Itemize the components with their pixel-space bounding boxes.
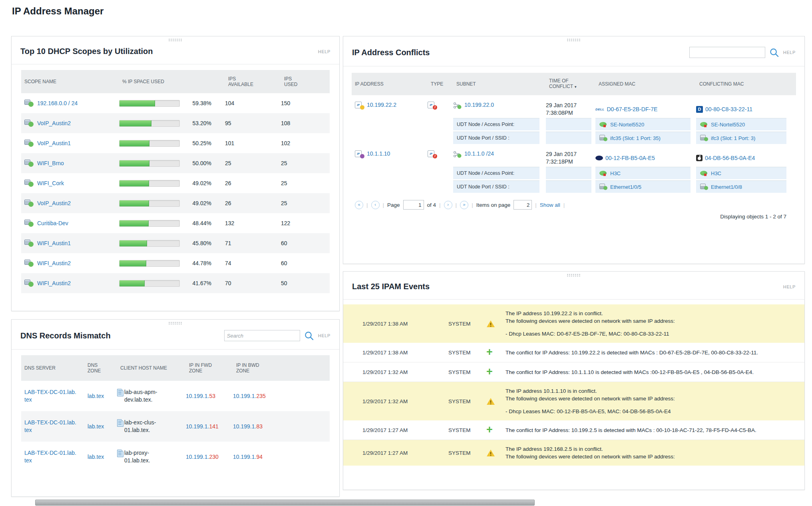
event-source: SYSTEM bbox=[448, 321, 486, 327]
dhcp-row: WIFI_Cork49.02%2625 bbox=[21, 173, 330, 193]
empty-cell bbox=[546, 167, 591, 179]
utilization-bar bbox=[119, 280, 180, 287]
separator bbox=[366, 202, 368, 208]
event-source: SYSTEM bbox=[448, 350, 486, 356]
ips-used: 25 bbox=[281, 180, 313, 186]
horizontal-scrollbar-thumb[interactable] bbox=[35, 500, 535, 506]
col-time-of-conflict[interactable]: TIME OF CONFLICT bbox=[546, 76, 595, 92]
scope-link[interactable]: WIFI_Austin1 bbox=[37, 240, 71, 246]
scope-icon bbox=[24, 219, 34, 227]
items-on-page-input[interactable] bbox=[513, 200, 532, 210]
fwd-zone-ip-link[interactable]: 10.199.1.53 bbox=[186, 393, 215, 399]
dns-zone-link[interactable]: lab.tex bbox=[88, 393, 104, 399]
scope-link[interactable]: Curitiba-Dev bbox=[37, 220, 68, 226]
conflicts-table: IP ADDRESS TYPE SUBNET TIME OF CONFLICT … bbox=[343, 66, 804, 220]
3com-logo bbox=[595, 156, 603, 160]
scope-link[interactable]: WIFI_Austin2 bbox=[37, 280, 71, 286]
ips-used: 25 bbox=[281, 160, 313, 166]
scope-link[interactable]: WIFI_Brno bbox=[37, 160, 64, 166]
ip-conflict-icon bbox=[428, 150, 437, 158]
scope-link[interactable]: VoIP_Austin2 bbox=[37, 200, 71, 206]
col-ip-address[interactable]: IP ADDRESS bbox=[352, 79, 428, 89]
scope-link[interactable]: VoIP_Austin1 bbox=[37, 140, 71, 146]
help-link[interactable]: HELP bbox=[318, 49, 330, 54]
conflicting-mac-link[interactable]: 00-80-C8-33-22-11 bbox=[705, 106, 752, 112]
search-input[interactable] bbox=[224, 330, 300, 341]
assigned-port-link[interactable]: ifc35 (Slot: 1 Port: 35) bbox=[610, 135, 661, 141]
scope-icon bbox=[24, 139, 34, 147]
scope-link[interactable]: 192.168.0.0 / 24 bbox=[37, 100, 78, 106]
node-status-icon bbox=[700, 171, 708, 176]
dhcp-row: WIFI_Austin241.67%7050 bbox=[21, 273, 330, 293]
col-conflicting-mac[interactable]: CONFLICTING MAC bbox=[696, 79, 792, 89]
subnet-link[interactable]: 10.1.1.0 /24 bbox=[464, 150, 494, 157]
scope-link[interactable]: WIFI_Cork bbox=[37, 180, 64, 186]
empty-cell bbox=[546, 132, 591, 144]
dns-server-link[interactable]: LAB-TEX-DC-01.lab.tex bbox=[21, 419, 76, 434]
dns-zone-link[interactable]: lab.tex bbox=[88, 423, 104, 430]
help-link[interactable]: HELP bbox=[318, 333, 330, 338]
scope-link[interactable]: VoIP_Austin2 bbox=[37, 120, 71, 126]
ip-address-link[interactable]: 10.199.22.2 bbox=[367, 102, 396, 108]
host-record-icon bbox=[117, 419, 123, 427]
fwd-zone-ip-link[interactable]: 10.199.1.230 bbox=[186, 454, 219, 460]
assigned-node-link[interactable]: SE-Nortel5520 bbox=[610, 122, 644, 128]
bwd-zone-ip-link[interactable]: 10.199.1.94 bbox=[233, 454, 263, 460]
pct-used: 48.44% bbox=[183, 220, 225, 226]
panel-dns-mismatch: DNS Records Mismatch HELP DNS SERVER DNS… bbox=[11, 319, 340, 497]
assigned-node-link[interactable]: H3C bbox=[610, 170, 621, 176]
assigned-mac-link[interactable]: 00-12-FB-B5-0A-E5 bbox=[605, 155, 655, 161]
bwd-zone-ip-link[interactable]: 10.199.1.235 bbox=[233, 393, 266, 399]
conflicting-port-link[interactable]: Ethernet1/0/8 bbox=[711, 184, 742, 190]
event-message: The conflict for IP Address: 10.199.22.2… bbox=[506, 349, 761, 356]
conflicting-port-link[interactable]: ifc3 (Slot: 1 Port: 3) bbox=[711, 135, 755, 141]
col-type[interactable]: TYPE bbox=[428, 79, 453, 89]
assigned-mac-link[interactable]: D0-67-E5-2B-DF-7E bbox=[607, 106, 658, 112]
dns-server-link[interactable]: LAB-TEX-DC-01.lab.tex bbox=[21, 449, 76, 464]
utilization-bar bbox=[119, 240, 180, 247]
pct-used: 53.20% bbox=[183, 120, 225, 126]
utilization-bar bbox=[119, 220, 180, 227]
fwd-zone-ip-link[interactable]: 10.199.1.141 bbox=[186, 423, 219, 430]
panel-header: Last 25 IPAM Events HELP bbox=[343, 272, 804, 300]
utilization-bar bbox=[119, 200, 180, 207]
conflicting-mac-link[interactable]: 04-DB-56-B5-0A-E4 bbox=[705, 155, 755, 161]
subnet-link[interactable]: 10.199.22.0 bbox=[464, 102, 494, 108]
search-icon[interactable] bbox=[769, 48, 779, 58]
search-input[interactable] bbox=[689, 47, 765, 58]
separator bbox=[383, 202, 384, 208]
udt-node-label: UDT Node / Access Point: bbox=[453, 167, 539, 179]
apple-logo bbox=[696, 155, 703, 161]
page-number-input[interactable] bbox=[403, 200, 424, 210]
dns-server-link[interactable]: LAB-TEX-DC-01.lab.tex bbox=[21, 388, 76, 404]
bwd-zone-ip-link[interactable]: 10.199.1.83 bbox=[233, 423, 263, 430]
help-link[interactable]: HELP bbox=[783, 50, 796, 55]
prev-page-button[interactable] bbox=[371, 201, 380, 209]
interface-icon bbox=[599, 184, 607, 190]
col-assigned-mac[interactable]: ASSIGNED MAC bbox=[595, 79, 696, 89]
help-link[interactable]: HELP bbox=[783, 284, 796, 289]
ipam-dashboard: IP Address Manager Top 10 DHCP Scopes by… bbox=[0, 0, 812, 506]
scope-link[interactable]: WIFI_Austin2 bbox=[37, 260, 71, 266]
conflicting-node-link[interactable]: H3C bbox=[711, 170, 721, 176]
scope-icon bbox=[24, 259, 34, 267]
mismatch-octet: 83 bbox=[256, 423, 263, 430]
conflicting-port-cell: ifc3 (Slot: 1 Port: 3) bbox=[696, 132, 786, 144]
last-page-button[interactable] bbox=[460, 201, 468, 209]
mismatch-octet: 141 bbox=[209, 423, 218, 430]
col-subnet[interactable]: SUBNET bbox=[453, 79, 546, 89]
event-time: 1/29/2017 1:32 AM bbox=[362, 369, 448, 375]
first-page-button[interactable] bbox=[355, 201, 363, 209]
conflicting-node-link[interactable]: SE-Nortel5520 bbox=[711, 122, 745, 128]
dns-zone-link[interactable]: lab.tex bbox=[88, 454, 104, 460]
assigned-node-cell: SE-Nortel5520 bbox=[595, 118, 691, 130]
assigned-port-link[interactable]: Ethernet1/0/5 bbox=[610, 184, 641, 190]
panel-ip-conflicts: IP Address Conflicts HELP IP ADDRESS TYP… bbox=[343, 36, 805, 264]
search-icon[interactable] bbox=[304, 331, 314, 341]
ip-address-link[interactable]: 10.1.1.10 bbox=[367, 150, 390, 157]
conflicting-node-cell: SE-Nortel5520 bbox=[696, 118, 786, 130]
utilization-bar bbox=[119, 120, 180, 127]
next-page-button[interactable] bbox=[444, 201, 452, 209]
ips-used: 150 bbox=[281, 100, 313, 106]
show-all-link[interactable]: Show all bbox=[540, 202, 560, 208]
